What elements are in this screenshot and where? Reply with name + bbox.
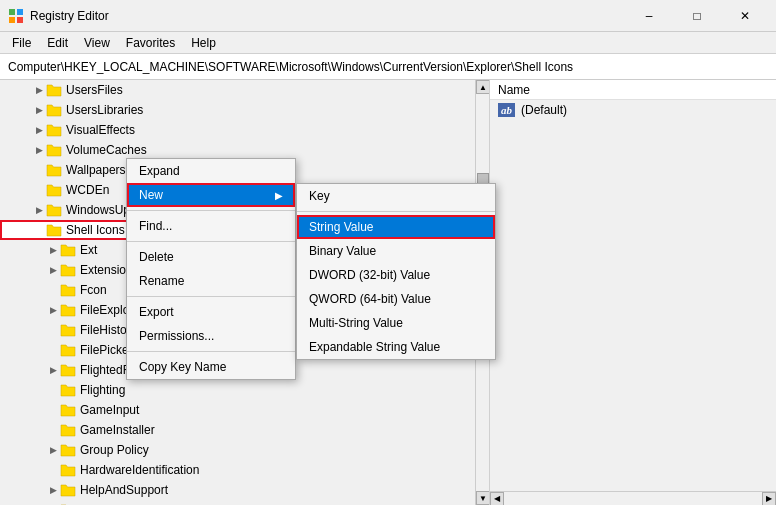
scroll-down-btn[interactable]: ▼	[476, 491, 490, 505]
folder-icon	[60, 322, 76, 338]
sub-expandable-string-value-label: Expandable String Value	[309, 340, 440, 354]
tree-item-hints[interactable]: ▶ Hints	[0, 500, 475, 505]
registry-value-default[interactable]: ab (Default)	[490, 100, 776, 120]
svg-rect-1	[17, 9, 23, 15]
menu-view[interactable]: View	[76, 34, 118, 52]
menu-favorites[interactable]: Favorites	[118, 34, 183, 52]
name-column-header: Name	[498, 83, 530, 97]
ctx-new-arrow: ▶	[275, 190, 283, 201]
ctx-sep1	[127, 210, 295, 211]
tree-item-gameinstaller[interactable]: ▶ GameInstaller	[0, 420, 475, 440]
right-hscrollbar[interactable]: ◀ ▶	[490, 491, 776, 505]
hscroll-right-btn[interactable]: ▶	[762, 492, 776, 506]
folder-icon	[46, 162, 62, 178]
expand-arrow: ▶	[46, 263, 60, 277]
right-pane: Name ab (Default) ◀ ▶	[490, 80, 776, 505]
ctx-expand-label: Expand	[139, 164, 180, 178]
sub-string-value[interactable]: String Value	[297, 215, 495, 239]
ab-icon: ab	[498, 103, 515, 117]
tree-label: Fcon	[80, 283, 107, 297]
right-pane-header: Name	[490, 80, 776, 100]
folder-icon	[60, 382, 76, 398]
expand-arrow: ▶	[32, 143, 46, 157]
folder-icon	[46, 82, 62, 98]
sub-key[interactable]: Key	[297, 184, 495, 208]
sub-binary-value-label: Binary Value	[309, 244, 376, 258]
menu-help[interactable]: Help	[183, 34, 224, 52]
ctx-sep4	[127, 351, 295, 352]
folder-icon	[60, 242, 76, 258]
ctx-new-label: New	[139, 188, 163, 202]
tree-label: GameInput	[80, 403, 139, 417]
ctx-find-label: Find...	[139, 219, 172, 233]
folder-icon	[46, 202, 62, 218]
folder-icon	[46, 222, 62, 238]
tree-item-flighting[interactable]: ▶ Flighting	[0, 380, 475, 400]
expand-arrow: ▶	[46, 443, 60, 457]
ctx-expand[interactable]: Expand	[127, 159, 295, 183]
svg-rect-2	[9, 17, 15, 23]
svg-rect-0	[9, 9, 15, 15]
expand-arrow: ▶	[46, 243, 60, 257]
sub-expandable-string-value[interactable]: Expandable String Value	[297, 335, 495, 359]
tree-label: Wallpapers	[66, 163, 126, 177]
ctx-find[interactable]: Find...	[127, 214, 295, 238]
sub-dword-value-label: DWORD (32-bit) Value	[309, 268, 430, 282]
tree-item-volumecaches[interactable]: ▶ VolumeCaches	[0, 140, 475, 160]
value-label: (Default)	[521, 103, 567, 117]
ctx-delete[interactable]: Delete	[127, 245, 295, 269]
folder-icon	[46, 142, 62, 158]
scroll-up-btn[interactable]: ▲	[476, 80, 490, 94]
ctx-sep3	[127, 296, 295, 297]
expand-arrow: ▶	[46, 483, 60, 497]
sub-sep1	[297, 211, 495, 212]
folder-icon	[60, 482, 76, 498]
tree-item-gameinput[interactable]: ▶ GameInput	[0, 400, 475, 420]
menu-edit[interactable]: Edit	[39, 34, 76, 52]
expand-arrow: ▶	[32, 83, 46, 97]
tree-label: HardwareIdentification	[80, 463, 199, 477]
context-menu: Expand New ▶ Find... Delete Rename Expor…	[126, 158, 296, 380]
sub-dword-value[interactable]: DWORD (32-bit) Value	[297, 263, 495, 287]
tree-label: Ext	[80, 243, 97, 257]
folder-icon	[60, 342, 76, 358]
ctx-permissions-label: Permissions...	[139, 329, 214, 343]
tree-label: GameInstaller	[80, 423, 155, 437]
tree-item-usersfiles[interactable]: ▶ UsersFiles	[0, 80, 475, 100]
sub-binary-value[interactable]: Binary Value	[297, 239, 495, 263]
sub-qword-value-label: QWORD (64-bit) Value	[309, 292, 431, 306]
folder-icon	[46, 102, 62, 118]
tree-label: UsersFiles	[66, 83, 123, 97]
ctx-rename[interactable]: Rename	[127, 269, 295, 293]
expand-arrow: ▶	[32, 103, 46, 117]
address-bar: Computer\HKEY_LOCAL_MACHINE\SOFTWARE\Mic…	[0, 54, 776, 80]
tree-label: Group Policy	[80, 443, 149, 457]
tree-item-hardwareid[interactable]: ▶ HardwareIdentification	[0, 460, 475, 480]
sub-multistring-value[interactable]: Multi-String Value	[297, 311, 495, 335]
sub-qword-value[interactable]: QWORD (64-bit) Value	[297, 287, 495, 311]
tree-item-userslibraries[interactable]: ▶ UsersLibraries	[0, 100, 475, 120]
ctx-permissions[interactable]: Permissions...	[127, 324, 295, 348]
ctx-copy-key[interactable]: Copy Key Name	[127, 355, 295, 379]
tree-label: VolumeCaches	[66, 143, 147, 157]
tree-label: HelpAndSupport	[80, 483, 168, 497]
tree-item-visualeffects[interactable]: ▶ VisualEffects	[0, 120, 475, 140]
window-controls: – □ ✕	[626, 0, 768, 32]
ctx-new[interactable]: New ▶	[127, 183, 295, 207]
tree-label: FilePicker	[80, 343, 133, 357]
sub-multistring-value-label: Multi-String Value	[309, 316, 403, 330]
menu-file[interactable]: File	[4, 34, 39, 52]
maximize-button[interactable]: □	[674, 0, 720, 32]
tree-label: VisualEffects	[66, 123, 135, 137]
tree-item-helpandsupport[interactable]: ▶ HelpAndSupport	[0, 480, 475, 500]
address-path: Computer\HKEY_LOCAL_MACHINE\SOFTWARE\Mic…	[8, 60, 573, 74]
hscroll-left-btn[interactable]: ◀	[490, 492, 504, 506]
folder-icon	[46, 182, 62, 198]
expand-arrow: ▶	[46, 363, 60, 377]
app-icon	[8, 8, 24, 24]
minimize-button[interactable]: –	[626, 0, 672, 32]
folder-icon	[60, 302, 76, 318]
ctx-export[interactable]: Export	[127, 300, 295, 324]
close-button[interactable]: ✕	[722, 0, 768, 32]
tree-item-grouppolicy[interactable]: ▶ Group Policy	[0, 440, 475, 460]
